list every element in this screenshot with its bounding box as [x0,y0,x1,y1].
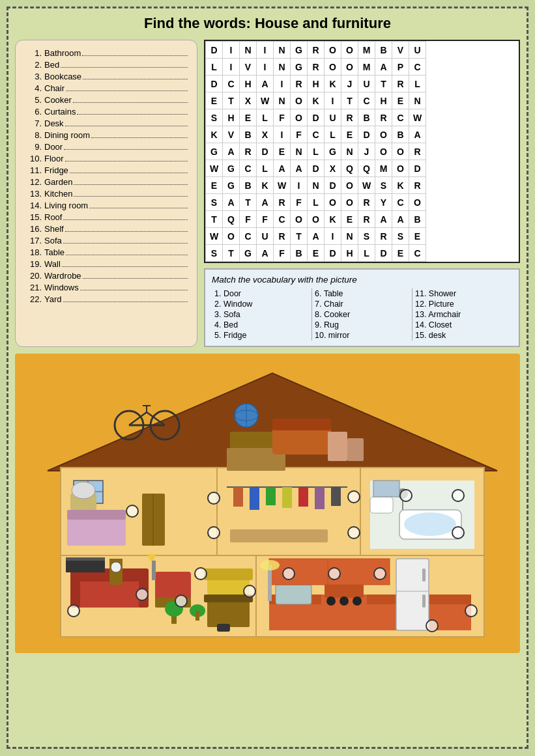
wordsearch-cell: E [206,92,223,109]
word-list-box: 1.Bathroom2.Bed3.Bookcase4.Chair5.Cooker… [15,40,197,347]
match-item: 14. Closet [415,320,510,330]
word-list-item: 13.Kitchen [25,188,188,199]
word-list-item: 4.Chair [25,82,188,94]
wordsearch-cell: B [240,126,257,143]
wordsearch-cell: B [240,177,257,194]
svg-rect-83 [272,419,331,430]
wordsearch-cell: U [325,109,341,126]
word-num: 9. [25,142,42,152]
match-item: 11. Shower [415,288,510,299]
wordsearch-cell: C [392,194,409,211]
wordsearch-cell: R [375,109,392,126]
wordsearch-cell: E [341,211,358,228]
wordsearch-cell: K [308,92,325,109]
wordsearch-cell: G [206,143,223,160]
word-label: Chair [44,83,65,93]
wordsearch-cell: R [358,194,375,211]
wordsearch-cell: W [358,177,375,194]
word-label: Roof [44,212,62,222]
word-num: 10. [25,154,42,163]
wordsearch-cell: C [409,59,426,76]
wordsearch-cell: I [223,42,240,59]
wordsearch-cell: E [274,143,291,160]
wordsearch-cell: O [291,92,308,109]
wordsearch-cell: I [274,126,291,143]
wordsearch-cell: N [240,42,257,59]
svg-rect-65 [268,565,272,601]
wordsearch-cell: U [257,228,274,245]
word-list-item: 2.Bed [25,59,188,70]
wordsearch-cell: I [257,59,274,76]
word-num: 12. [25,177,42,187]
svg-point-57 [353,596,362,606]
wordsearch-cell: B [375,42,392,59]
wordsearch-cell: H [375,92,392,109]
word-list-item: 5.Cooker [25,94,188,105]
word-list-item: 12.Garden [25,176,188,188]
match-item: 4. Bed [214,320,309,330]
wordsearch-cell: R [392,76,409,92]
wordsearch-cell: D [409,160,426,177]
wordsearch-cell: N [274,42,291,59]
wordsearch-cell: A [291,160,308,177]
word-num: 4. [25,83,42,93]
svg-point-101 [374,568,386,580]
house-illustration [15,354,520,647]
match-item: 1. Door [214,288,309,299]
wordsearch-cell: S [206,194,223,211]
wordsearch-cell: W [409,109,426,126]
svg-point-93 [452,527,464,539]
wordsearch-cell: M [358,59,375,76]
wordsearch-cell: R [308,59,325,76]
top-section: 1.Bathroom2.Bed3.Bookcase4.Chair5.Cooker… [15,40,520,347]
match-col-2: 6. Table7. Chair8. Cooker9. Rug10. mirro… [312,288,412,341]
wordsearch-cell: A [375,59,392,76]
wordsearch-cell: L [206,59,223,76]
wordsearch-cell: D [257,143,274,160]
wordsearch-cell: R [308,42,325,59]
wordsearch-cell: T [375,76,392,92]
svg-point-46 [111,562,121,572]
match-item: 6. Table [315,288,409,299]
match-item: 9. Rug [315,320,409,330]
match-title: Match the vocabulary with the picture [212,275,512,285]
word-num: 7. [25,119,42,128]
word-dots [64,142,188,150]
svg-rect-38 [155,572,191,598]
wordsearch-cell: C [392,109,409,126]
wordsearch-cell: I [291,177,308,194]
word-label: Door [44,142,63,152]
svg-point-16 [72,482,95,499]
svg-point-100 [328,568,340,580]
wordsearch-cell: H [240,76,257,92]
word-label: Floor [44,154,64,163]
match-item: 7. Chair [315,299,409,309]
svg-rect-47 [269,601,471,630]
wordsearch-cell: A [409,126,426,143]
svg-point-103 [465,605,477,617]
wordsearch-cell: G [325,143,341,160]
wordsearch-cell: N [341,228,358,245]
wordsearch-cell: O [392,160,409,177]
word-dots [91,130,188,138]
svg-rect-23 [315,487,325,509]
wordsearch-cell: O [341,42,358,59]
svg-point-88 [208,527,220,539]
wordsearch-cell: L [308,143,325,160]
wordsearch-cell: O [223,228,240,245]
wordsearch-cell: X [325,160,341,177]
wordsearch-row: DININGROOMBVU [206,42,426,59]
svg-rect-43 [152,561,156,580]
wordsearch-cell: A [375,211,392,228]
wordsearch-cell: C [409,245,426,262]
word-num: 2. [25,60,42,70]
match-item: 3. Sofa [214,309,309,320]
wordsearch-cell: O [375,126,392,143]
wordsearch-cell: S [206,109,223,126]
wordsearch-row: SHELFODURBRCW [206,109,426,126]
wordsearch-cell: W [206,228,223,245]
svg-rect-69 [195,611,199,621]
wordsearch-cell: O [375,143,392,160]
wordsearch-cell: O [341,177,358,194]
wordsearch-cell: O [409,194,426,211]
